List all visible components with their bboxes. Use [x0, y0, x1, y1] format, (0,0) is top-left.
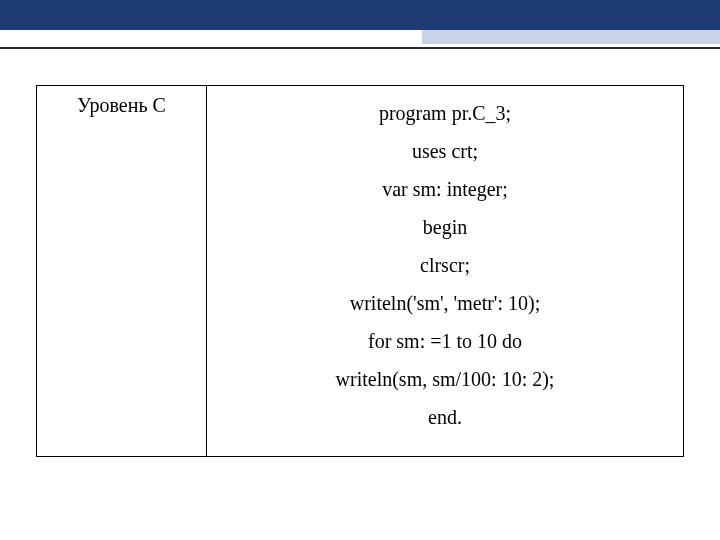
code-line: program pr.C_3; [217, 94, 673, 132]
code-line: end. [217, 398, 673, 436]
code-line: writeln(sm, sm/100: 10: 2); [217, 360, 673, 398]
header-rule [0, 47, 720, 49]
code-line: writeln('sm', 'metr': 10); [217, 284, 673, 322]
header-band-light [420, 30, 720, 44]
content-table: Уровень С program pr.C_3; uses crt; var … [36, 85, 684, 457]
header-band-dark [0, 0, 720, 30]
code-line: for sm: =1 to 10 do [217, 322, 673, 360]
code-line: clrscr; [217, 246, 673, 284]
code-line: begin [217, 208, 673, 246]
header-band-row [0, 30, 720, 44]
header-band-gap [0, 30, 420, 44]
code-cell: program pr.C_3; uses crt; var sm: intege… [207, 86, 683, 456]
level-label: Уровень С [77, 94, 166, 116]
code-line: var sm: integer; [217, 170, 673, 208]
table-row: Уровень С program pr.C_3; uses crt; var … [37, 86, 683, 456]
level-cell: Уровень С [37, 86, 207, 456]
code-line: uses crt; [217, 132, 673, 170]
